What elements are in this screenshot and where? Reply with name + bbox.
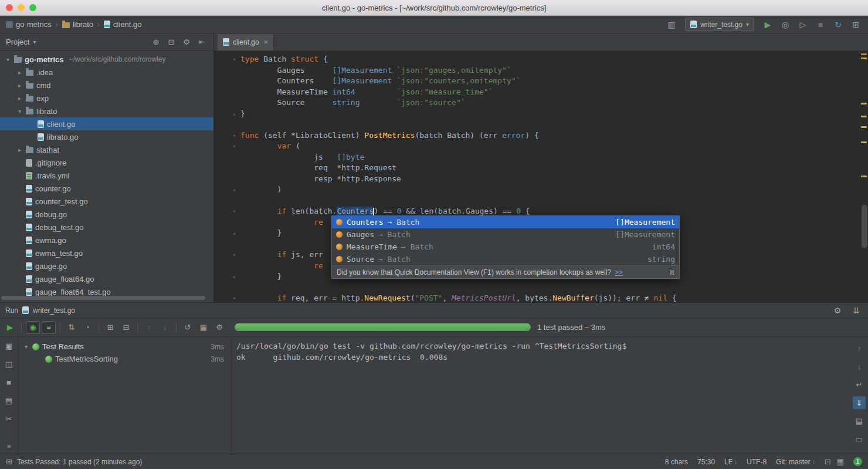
- tree-item-gauge_float64.go[interactable]: gauge_float64.go: [0, 272, 213, 285]
- fold-marker-icon[interactable]: ▴: [214, 184, 240, 195]
- tree-item-librato.go[interactable]: librato.go: [0, 130, 213, 143]
- run-button[interactable]: ▶: [761, 18, 774, 31]
- completion-item-MeasureTime[interactable]: MeasureTime→ Batchint64: [332, 241, 679, 253]
- hide-panel-icon[interactable]: ⇤: [196, 36, 208, 48]
- close-window-button[interactable]: [6, 4, 13, 11]
- run-config-selector[interactable]: writer_test.go ▾: [685, 18, 754, 31]
- editor-scrollbar[interactable]: [862, 205, 867, 248]
- rerun-tests-button[interactable]: ▶: [3, 321, 17, 334]
- previous-failed-test-icon[interactable]: ↑: [142, 321, 156, 334]
- toolwindow-switcher-icon[interactable]: ⊞: [6, 457, 12, 466]
- close-tab-icon[interactable]: ×: [264, 38, 269, 46]
- fold-marker-icon[interactable]: ▴: [214, 228, 240, 239]
- run-console[interactable]: /usr/local/go/bin/go test -v github.com/…: [232, 337, 850, 454]
- tree-item-gauge.go[interactable]: gauge.go: [0, 259, 213, 272]
- clear-console-icon[interactable]: ▭: [853, 433, 866, 446]
- soft-wrap-icon[interactable]: ↵: [853, 378, 866, 391]
- test-framework-icon[interactable]: ◫: [5, 360, 12, 369]
- fold-marker-icon[interactable]: ▴: [214, 109, 240, 120]
- filter-icon[interactable]: ✂: [6, 414, 12, 423]
- changes-view-icon[interactable]: ▥: [665, 18, 678, 31]
- tree-item-.idea[interactable]: ▸.idea: [0, 66, 213, 79]
- warning-stripe-mark[interactable]: [861, 103, 867, 104]
- tree-item-.travis.yml[interactable]: .travis.yml: [0, 169, 213, 182]
- profiler-button[interactable]: ▷: [796, 18, 809, 31]
- tab-client-go[interactable]: client.go ×: [218, 34, 274, 50]
- settings-icon[interactable]: ⚙: [212, 321, 226, 334]
- fold-marker-icon[interactable]: ▾: [214, 249, 240, 261]
- fold-marker-icon[interactable]: ▾: [214, 141, 240, 152]
- tree-item-counter.go[interactable]: counter.go: [0, 182, 213, 195]
- select-opened-file-icon[interactable]: ⊕: [150, 36, 162, 48]
- scroll-down-icon[interactable]: ↓: [853, 360, 866, 373]
- fold-marker-icon[interactable]: ▴: [214, 271, 240, 282]
- collapse-all-icon[interactable]: ⊟: [165, 36, 177, 48]
- stop-icon[interactable]: ■: [6, 378, 11, 387]
- status-git-branch[interactable]: Git: master↕: [776, 458, 815, 466]
- warning-stripe-mark[interactable]: [861, 126, 867, 128]
- completion-item-Source[interactable]: Source→ Batchstring: [332, 253, 679, 265]
- tree-item-debug_test.go[interactable]: debug_test.go: [0, 221, 213, 234]
- warning-stripe-mark[interactable]: [861, 116, 867, 117]
- warning-stripe-mark[interactable]: [861, 176, 867, 177]
- status-caret-position[interactable]: 75:30: [697, 458, 715, 466]
- warning-stripe-mark[interactable]: [861, 141, 867, 143]
- zoom-window-button[interactable]: [29, 4, 36, 11]
- test-tree-item-Test-Results[interactable]: ▾Test Results3ms: [18, 340, 231, 353]
- tree-item-ewma.go[interactable]: ewma.go: [0, 234, 213, 247]
- warning-stripe-mark[interactable]: [861, 58, 867, 59]
- tree-item-stathat[interactable]: ▸stathat: [0, 143, 213, 156]
- settings-icon[interactable]: ⚙: [831, 304, 844, 317]
- tree-item-go-metrics[interactable]: ▾go-metrics~/work/src/github.com/rcrowle…: [0, 53, 213, 66]
- tree-item-debug.go[interactable]: debug.go: [0, 208, 213, 221]
- next-failed-test-icon[interactable]: ↓: [158, 321, 172, 334]
- show-passed-toggle[interactable]: ◉: [26, 321, 40, 334]
- fold-marker-icon[interactable]: ▾: [214, 130, 240, 141]
- sort-by-duration-icon[interactable]: ◔: [80, 321, 94, 334]
- status-selection-info[interactable]: 8 chars: [665, 458, 688, 466]
- breadcrumb-item-client.go[interactable]: client.go: [104, 20, 141, 29]
- inspections-profile-icon[interactable]: ▦: [837, 457, 844, 466]
- test-history-icon[interactable]: ↺: [181, 321, 195, 334]
- fold-marker-icon[interactable]: ▾: [214, 54, 240, 65]
- status-encoding[interactable]: UTF-8: [747, 458, 767, 466]
- export-test-results-icon[interactable]: ▦: [196, 321, 211, 334]
- rerun-button[interactable]: ↻: [832, 18, 845, 31]
- tree-item-ewma_test.go[interactable]: ewma_test.go: [0, 247, 213, 259]
- minimize-window-button[interactable]: [18, 4, 25, 11]
- tree-item-.gitignore[interactable]: .gitignore: [0, 156, 213, 169]
- breadcrumb-item-librato[interactable]: librato: [62, 20, 93, 29]
- stop-button[interactable]: ■: [814, 18, 827, 31]
- sort-alphabetically-icon[interactable]: ⇅: [65, 321, 79, 334]
- settings-icon[interactable]: ⚙: [181, 36, 192, 48]
- tree-item-counter_test.go[interactable]: counter_test.go: [0, 195, 213, 208]
- scroll-to-end-icon[interactable]: ⇓: [853, 396, 866, 409]
- show-ignored-toggle[interactable]: ≡: [42, 321, 56, 334]
- horizontal-scrollbar[interactable]: [1, 296, 205, 300]
- fold-marker-icon[interactable]: ▾: [214, 293, 240, 302]
- project-view-selector[interactable]: Project: [6, 38, 29, 46]
- run-with-coverage-button[interactable]: ◎: [779, 18, 792, 31]
- print-icon[interactable]: ▤: [853, 414, 866, 427]
- editor[interactable]: ▾type Batch struct { Gauges []Measuremen…: [214, 51, 868, 302]
- collapse-all-icon[interactable]: ⊟: [119, 321, 133, 334]
- show-console-icon[interactable]: ▣: [5, 342, 12, 350]
- hint-more-link[interactable]: >>: [615, 268, 623, 276]
- tree-item-exp[interactable]: ▸exp: [0, 92, 213, 104]
- hide-panel-icon[interactable]: ⇊: [850, 304, 863, 317]
- warning-stripe-mark[interactable]: [861, 53, 867, 55]
- fold-marker-icon[interactable]: ▾: [214, 206, 240, 217]
- expand-all-icon[interactable]: ⊞: [103, 321, 117, 334]
- test-tree-item-TestMetricsSorting[interactable]: TestMetricsSorting3ms: [18, 353, 231, 365]
- tree-item-client.go[interactable]: client.go: [0, 117, 213, 130]
- tree-item-cmd[interactable]: ▸cmd: [0, 79, 213, 92]
- status-line-separator[interactable]: LF↕: [724, 458, 737, 466]
- breadcrumb-item-go-metrics[interactable]: go-metrics: [6, 20, 52, 29]
- hidden-tabs-icon[interactable]: »: [6, 441, 11, 450]
- tree-item-librato[interactable]: ▾librato: [0, 104, 213, 117]
- scroll-up-icon[interactable]: ↑: [853, 342, 866, 355]
- coverage-icon[interactable]: ▤: [5, 396, 12, 405]
- read-mode-icon[interactable]: ⊡: [825, 457, 831, 466]
- event-count-badge[interactable]: 1: [853, 457, 862, 466]
- completion-item-Counters[interactable]: Counters→ Batch[]Measurement: [332, 216, 679, 228]
